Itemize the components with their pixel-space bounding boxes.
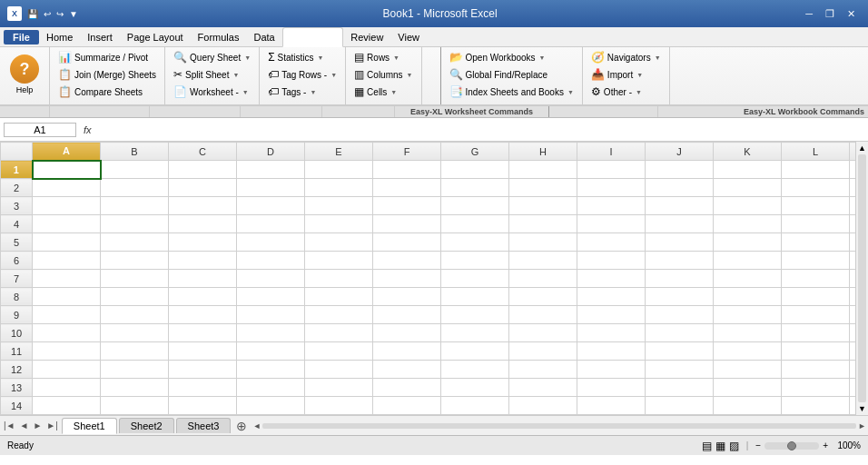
cell-C6[interactable] (169, 252, 237, 270)
cell-J13[interactable] (646, 379, 714, 397)
cell-K1[interactable] (714, 161, 782, 179)
cell-J11[interactable] (646, 342, 714, 361)
cell-D9[interactable] (237, 306, 305, 324)
menu-data[interactable]: Data (246, 30, 281, 45)
cell-J3[interactable] (646, 197, 714, 215)
cell-B6[interactable] (101, 252, 169, 270)
cell-L4[interactable] (782, 215, 850, 233)
cell-D2[interactable] (237, 179, 305, 197)
cell-J14[interactable] (646, 397, 714, 415)
cell-A1[interactable] (33, 161, 101, 179)
cell-F4[interactable] (373, 215, 441, 233)
cell-J9[interactable] (646, 306, 714, 324)
cell-G1[interactable] (441, 161, 509, 179)
col-header-M[interactable]: M (850, 143, 856, 161)
row-header-11[interactable]: 11 (1, 342, 33, 361)
vertical-scrollbar[interactable]: ▲ ▼ (855, 142, 868, 415)
cell-M11[interactable] (850, 342, 856, 361)
cell-F11[interactable] (373, 342, 441, 361)
col-header-H[interactable]: H (509, 143, 577, 161)
cell-B14[interactable] (101, 397, 169, 415)
col-header-D[interactable]: D (237, 143, 305, 161)
cell-A13[interactable] (33, 379, 101, 397)
cell-H7[interactable] (509, 270, 577, 288)
col-header-B[interactable]: B (101, 143, 169, 161)
cell-I3[interactable] (577, 197, 646, 215)
cell-C4[interactable] (169, 215, 237, 233)
cell-E14[interactable] (305, 397, 373, 415)
close-btn[interactable]: ✕ (842, 6, 861, 22)
cell-B9[interactable] (101, 306, 169, 324)
scroll-thumb-v[interactable] (858, 154, 866, 402)
cell-F6[interactable] (373, 252, 441, 270)
cell-C7[interactable] (169, 270, 237, 288)
cell-G8[interactable] (441, 288, 509, 306)
row-header-7[interactable]: 7 (1, 270, 33, 288)
cell-D8[interactable] (237, 288, 305, 306)
cell-H6[interactable] (509, 252, 577, 270)
cell-K10[interactable] (714, 324, 782, 342)
cells-btn[interactable]: ▦ Cells ▼ (350, 84, 417, 100)
col-header-G[interactable]: G (441, 143, 509, 161)
insert-function-btn[interactable]: fx (80, 124, 95, 135)
cell-B2[interactable] (101, 179, 169, 197)
sheet-tab-sheet1[interactable]: Sheet1 (62, 418, 117, 434)
cell-M10[interactable] (850, 324, 856, 342)
scroll-thumb-h[interactable] (262, 423, 856, 429)
cell-A9[interactable] (33, 306, 101, 324)
help-button[interactable]: ? Help (5, 53, 44, 96)
cell-L9[interactable] (782, 306, 850, 324)
cell-L12[interactable] (782, 361, 850, 379)
col-header-J[interactable]: J (646, 143, 714, 161)
cell-J1[interactable] (646, 161, 714, 179)
cell-I5[interactable] (577, 233, 646, 252)
cell-B3[interactable] (101, 197, 169, 215)
cell-C13[interactable] (169, 379, 237, 397)
cell-K7[interactable] (714, 270, 782, 288)
cell-H8[interactable] (509, 288, 577, 306)
menu-file[interactable]: File (4, 30, 39, 45)
cell-E7[interactable] (305, 270, 373, 288)
cell-D12[interactable] (237, 361, 305, 379)
row-header-2[interactable]: 2 (1, 179, 33, 197)
next-sheet-btn[interactable]: ► (31, 420, 44, 431)
row-header-1[interactable]: 1 (1, 161, 33, 179)
undo-quick-btn[interactable]: ↩ (42, 8, 53, 20)
cell-C12[interactable] (169, 361, 237, 379)
cell-I10[interactable] (577, 324, 646, 342)
cell-H5[interactable] (509, 233, 577, 252)
scroll-down-btn[interactable]: ▼ (856, 404, 868, 413)
cell-D11[interactable] (237, 342, 305, 361)
cell-L6[interactable] (782, 252, 850, 270)
cell-G5[interactable] (441, 233, 509, 252)
cell-F3[interactable] (373, 197, 441, 215)
col-header-K[interactable]: K (714, 143, 782, 161)
cell-H10[interactable] (509, 324, 577, 342)
cell-E5[interactable] (305, 233, 373, 252)
scroll-up-btn[interactable]: ▲ (856, 143, 868, 153)
row-header-3[interactable]: 3 (1, 197, 33, 215)
cell-C1[interactable] (169, 161, 237, 179)
cell-K14[interactable] (714, 397, 782, 415)
cell-I12[interactable] (577, 361, 646, 379)
cell-J7[interactable] (646, 270, 714, 288)
cell-I1[interactable] (577, 161, 646, 179)
cell-K9[interactable] (714, 306, 782, 324)
cell-M14[interactable] (850, 397, 856, 415)
cell-E11[interactable] (305, 342, 373, 361)
zoom-minus-btn[interactable]: − (755, 440, 761, 450)
cell-H12[interactable] (509, 361, 577, 379)
cell-I11[interactable] (577, 342, 646, 361)
scroll-left-btn[interactable]: ◄ (252, 421, 261, 430)
cell-H9[interactable] (509, 306, 577, 324)
cell-E1[interactable] (305, 161, 373, 179)
cell-J12[interactable] (646, 361, 714, 379)
cell-D14[interactable] (237, 397, 305, 415)
cell-G14[interactable] (441, 397, 509, 415)
cell-J5[interactable] (646, 233, 714, 252)
new-sheet-btn[interactable]: ⊕ (232, 419, 251, 433)
cell-D10[interactable] (237, 324, 305, 342)
cell-A11[interactable] (33, 342, 101, 361)
menu-home[interactable]: Home (39, 30, 80, 45)
horizontal-scrollbar[interactable]: ◄ ► (251, 416, 868, 435)
